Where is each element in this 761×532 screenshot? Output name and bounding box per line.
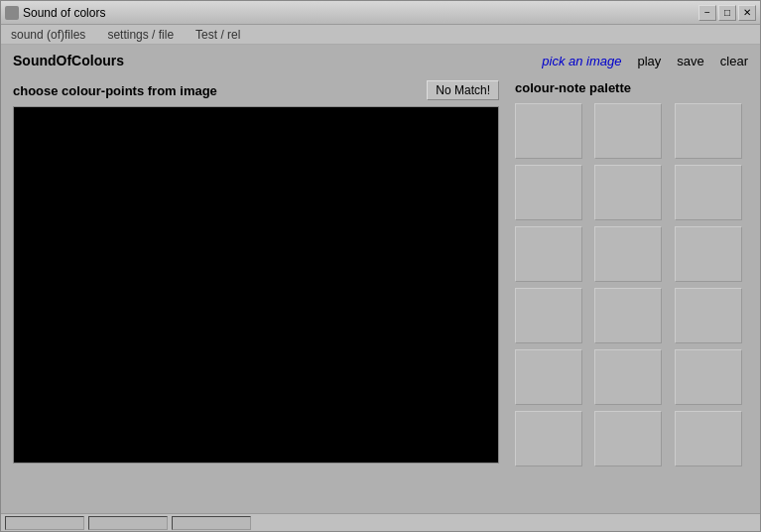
title-bar-left: Sound of colors [5, 6, 105, 20]
clear-link[interactable]: clear [720, 54, 748, 68]
palette-cell-12[interactable] [515, 349, 582, 405]
app-icon [5, 6, 19, 20]
palette-grid [515, 103, 748, 466]
status-segment-2 [172, 516, 251, 530]
top-actions: pick an image play save clear [542, 54, 748, 68]
palette-cell-3[interactable] [515, 165, 582, 220]
palette-cell-5[interactable] [675, 165, 742, 220]
image-canvas[interactable] [13, 106, 499, 464]
main-window: Sound of colors − □ ✕ sound (of)files se… [0, 0, 761, 532]
save-link[interactable]: save [677, 54, 703, 68]
palette-cell-1[interactable] [594, 103, 662, 159]
app-content: SoundOfColours pick an image play save c… [1, 45, 760, 513]
pick-image-link[interactable]: pick an image [542, 54, 621, 68]
close-button[interactable]: ✕ [738, 5, 756, 21]
window-title: Sound of colors [23, 6, 105, 20]
palette-label: colour-note palette [515, 80, 748, 95]
right-panel: colour-note palette [515, 80, 748, 505]
minimize-button[interactable]: − [698, 5, 716, 21]
palette-cell-17[interactable] [675, 411, 742, 466]
menu-item-settings[interactable]: settings / file [101, 27, 180, 43]
status-bar [1, 513, 760, 531]
palette-cell-8[interactable] [675, 226, 742, 282]
palette-cell-14[interactable] [675, 349, 742, 405]
palette-cell-6[interactable] [515, 226, 582, 282]
palette-cell-16[interactable] [594, 411, 662, 466]
palette-cell-11[interactable] [675, 288, 742, 343]
status-segment-0 [5, 516, 84, 530]
palette-cell-0[interactable] [515, 103, 582, 159]
panel-header: choose colour-points from image No Match… [13, 80, 499, 100]
palette-cell-2[interactable] [675, 103, 742, 159]
title-bar: Sound of colors − □ ✕ [1, 1, 760, 25]
image-panel-label: choose colour-points from image [13, 83, 217, 98]
menu-bar: sound (of)files settings / file Test / r… [1, 25, 760, 45]
palette-cell-7[interactable] [594, 226, 662, 282]
app-title: SoundOfColours [13, 53, 124, 68]
palette-cell-4[interactable] [594, 165, 662, 220]
status-segment-1 [88, 516, 168, 530]
palette-cell-15[interactable] [515, 411, 582, 466]
no-match-button[interactable]: No Match! [427, 80, 499, 100]
play-link[interactable]: play [637, 54, 661, 68]
palette-cell-9[interactable] [515, 288, 582, 343]
palette-cell-10[interactable] [594, 288, 662, 343]
maximize-button[interactable]: □ [718, 5, 736, 21]
left-panel: choose colour-points from image No Match… [13, 80, 499, 505]
menu-item-test[interactable]: Test / rel [190, 27, 246, 43]
menu-item-soundfiles[interactable]: sound (of)files [5, 27, 91, 43]
main-area: choose colour-points from image No Match… [13, 80, 748, 505]
title-bar-buttons: − □ ✕ [698, 5, 756, 21]
palette-cell-13[interactable] [594, 349, 662, 405]
top-bar: SoundOfColours pick an image play save c… [13, 53, 748, 68]
